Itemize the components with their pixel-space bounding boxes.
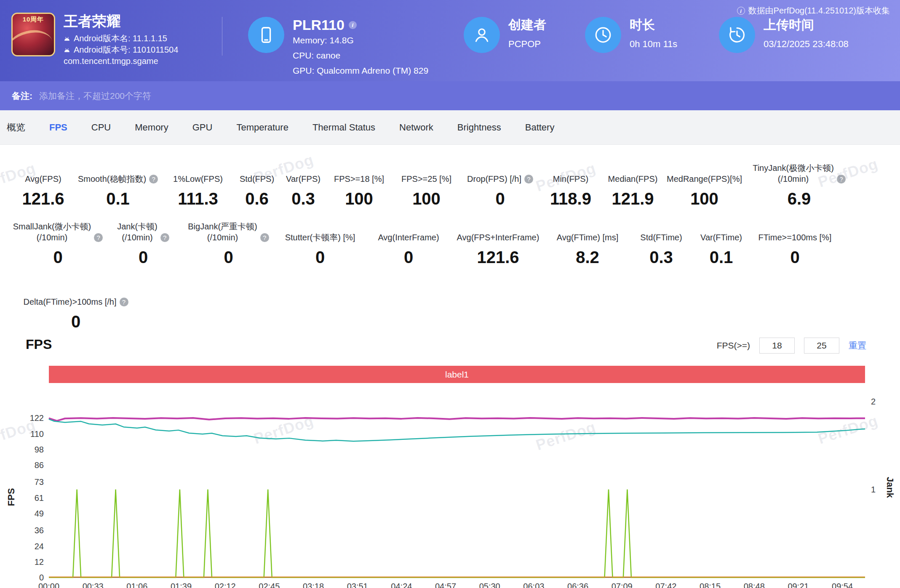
tab-gpu[interactable]: GPU [192, 122, 213, 133]
stat-value: 0 [274, 248, 366, 267]
help-icon[interactable]: ? [149, 175, 158, 184]
stat-cell: Std(FPS) 0.6 [234, 161, 280, 208]
tab-battery[interactable]: Battery [525, 122, 555, 133]
upload-text-block: 上传时间 03/12/2025 23:48:08 [764, 17, 849, 50]
stat-value: 0 [13, 312, 139, 331]
collect-info: i 数据由PerfDog(11.4.251012)版本收集 [737, 5, 890, 16]
stat-cell: Jank(卡顿) (/10min)? 0 [103, 219, 183, 267]
svg-text:00:33: 00:33 [83, 582, 104, 588]
duration-text-block: 时长 0h 10m 11s [630, 17, 677, 50]
svg-text:86: 86 [35, 460, 44, 470]
stat-cell: Var(FTime) 0.1 [693, 219, 750, 267]
stat-label: FTime>=100ms [%] [758, 232, 832, 243]
help-icon[interactable]: ? [524, 175, 533, 184]
stats-row-2: SmallJank(微小卡顿) (/10min)? 0 Jank(卡顿) (/1… [13, 219, 900, 267]
stat-cell: Avg(FPS) 121.6 [13, 161, 74, 208]
stat-cell: 1%Low(FPS) 111.3 [162, 161, 234, 208]
svg-text:122: 122 [30, 413, 44, 423]
tab-memory[interactable]: Memory [135, 122, 168, 133]
reset-link[interactable]: 重置 [849, 340, 866, 351]
stat-label: Avg(FPS+InterFrame) [457, 232, 539, 243]
svg-text:2: 2 [871, 397, 876, 406]
stat-value: 0.6 [234, 189, 280, 208]
note-bar: 备注: 添加备注，不超过200个字符 [0, 81, 900, 110]
tab-temperature[interactable]: Temperature [236, 122, 288, 133]
history-icon [719, 17, 755, 53]
stat-value: 0 [183, 248, 274, 267]
stat-cell: MedRange(FPS)[%] 100 [663, 161, 745, 208]
android-version-name: Android版本名: 11.1.1.15 [74, 33, 167, 44]
chart-label-bar[interactable]: label1 [49, 366, 865, 383]
tab-cpu[interactable]: CPU [91, 122, 111, 133]
svg-text:49: 49 [35, 509, 44, 518]
stat-label: Min(FPS) [553, 173, 588, 184]
fps-threshold-high-input[interactable] [804, 338, 839, 354]
device-name: PLR110 [293, 17, 345, 33]
stat-cell: Avg(FTime) [ms] 8.2 [545, 219, 630, 267]
svg-text:110: 110 [30, 429, 44, 439]
note-input[interactable]: 添加备注，不超过200个字符 [39, 90, 151, 102]
stat-label: Median(FPS) [608, 173, 658, 184]
device-text-block: PLR110 i Memory: 14.8G CPU: canoe GPU: Q… [293, 17, 428, 78]
device-info-icon[interactable]: i [349, 21, 357, 29]
svg-text:24: 24 [35, 542, 44, 551]
stat-label: Std(FTime) [640, 232, 682, 243]
stat-cell: Smooth(稳帧指数)? 0.1 [74, 161, 162, 208]
stat-label: Drop(FPS) [/h] [467, 173, 521, 184]
upload-value: 03/12/2025 23:48:08 [764, 39, 849, 50]
tab-network[interactable]: Network [399, 122, 433, 133]
stat-label: 1%Low(FPS) [173, 173, 223, 184]
tab-overview[interactable]: 概览 [7, 121, 25, 134]
fps-threshold-low-input[interactable] [759, 338, 795, 354]
stat-cell: TinyJank(极微小卡顿) (/10min)? 6.9 [745, 161, 853, 208]
android-version-code-line: Android版本号: 1101011504 [64, 44, 178, 56]
svg-text:03:18: 03:18 [303, 582, 324, 588]
tab-fps[interactable]: FPS [49, 122, 67, 133]
duration-value: 0h 10m 11s [630, 39, 677, 50]
tab-bar: 概览 FPS CPU Memory GPU Temperature Therma… [0, 110, 900, 145]
svg-text:06:03: 06:03 [523, 582, 544, 588]
android-icon [64, 47, 70, 53]
duration-block: 时长 0h 10m 11s [585, 17, 677, 53]
svg-text:98: 98 [35, 445, 44, 454]
creator-person-icon [464, 17, 500, 53]
stat-value: 0.1 [74, 189, 162, 208]
device-icon [248, 17, 284, 53]
stat-cell: Avg(InterFrame) 0 [366, 219, 451, 267]
svg-text:61: 61 [35, 493, 44, 503]
stat-label: Std(FPS) [240, 173, 274, 184]
device-gpu: GPU: Qualcomm Adreno (TM) 829 [293, 63, 428, 78]
svg-text:12: 12 [35, 557, 44, 567]
tab-brightness[interactable]: Brightness [457, 122, 501, 133]
stat-value: 121.6 [13, 189, 74, 208]
tab-thermal-status[interactable]: Thermal Status [312, 122, 375, 133]
svg-text:03:51: 03:51 [347, 582, 368, 588]
stat-cell: Stutter(卡顿率) [%] 0 [274, 219, 366, 267]
svg-text:01:39: 01:39 [171, 582, 192, 588]
stat-label: FPS>=25 [%] [401, 173, 451, 184]
help-icon[interactable]: ? [260, 233, 269, 242]
collect-info-text: 数据由PerfDog(11.4.251012)版本收集 [748, 5, 890, 16]
help-icon[interactable]: ? [837, 175, 846, 184]
stat-cell: Std(FTime) 0.3 [630, 219, 693, 267]
svg-text:04:24: 04:24 [391, 582, 412, 588]
game-text-block: 王者荣耀 Android版本名: 11.1.1.15 Android版本号: 1… [64, 13, 178, 67]
device-cpu: CPU: canoe [293, 48, 428, 63]
creator-value: PCPOP [508, 39, 546, 50]
help-icon[interactable]: ? [120, 298, 128, 306]
game-icon-decoration [11, 26, 55, 56]
package-name: com.tencent.tmgp.sgame [64, 56, 178, 67]
help-icon[interactable]: ? [160, 233, 169, 242]
svg-text:09:54: 09:54 [832, 582, 853, 588]
info-icon[interactable]: i [737, 7, 745, 15]
stat-label: TinyJank(极微小卡顿) (/10min) [753, 162, 834, 184]
stat-value: 118.9 [539, 189, 602, 208]
stat-value: 121.9 [602, 189, 663, 208]
stat-cell: Var(FPS) 0.3 [280, 161, 326, 208]
fps-threshold-controls: FPS(>=) 重置 [717, 338, 866, 354]
svg-text:73: 73 [35, 477, 44, 487]
help-icon[interactable]: ? [94, 233, 103, 242]
stat-value: 0 [103, 248, 183, 267]
stat-cell: SmallJank(微小卡顿) (/10min)? 0 [13, 219, 103, 267]
stat-value: 0.1 [693, 248, 750, 267]
